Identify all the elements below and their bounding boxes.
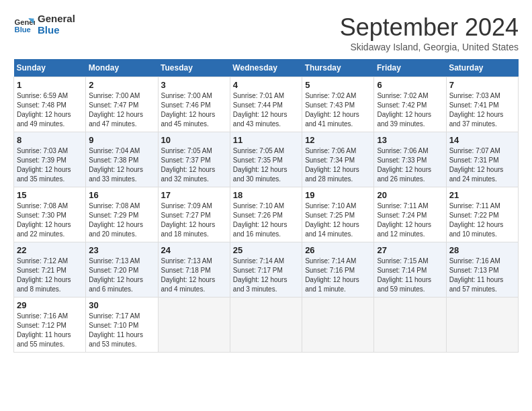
calendar-cell: 23Sunrise: 7:13 AM Sunset: 7:20 PM Dayli… <box>86 242 158 298</box>
calendar-cell: 20Sunrise: 7:11 AM Sunset: 7:24 PM Dayli… <box>374 187 446 242</box>
calendar-cell: 7Sunrise: 7:03 AM Sunset: 7:41 PM Daylig… <box>446 77 518 132</box>
day-number: 7 <box>449 80 515 90</box>
month-title: September 2024 <box>340 13 519 42</box>
day-info: Sunrise: 7:13 AM Sunset: 7:20 PM Dayligh… <box>89 257 154 294</box>
calendar-cell: 22Sunrise: 7:12 AM Sunset: 7:21 PM Dayli… <box>14 242 86 298</box>
calendar-cell: 29Sunrise: 7:16 AM Sunset: 7:12 PM Dayli… <box>14 298 86 353</box>
calendar-cell: 25Sunrise: 7:14 AM Sunset: 7:17 PM Dayli… <box>230 242 302 298</box>
calendar-cell: 12Sunrise: 7:06 AM Sunset: 7:34 PM Dayli… <box>302 132 374 187</box>
day-number: 11 <box>233 135 299 145</box>
day-info: Sunrise: 6:59 AM Sunset: 7:48 PM Dayligh… <box>17 91 83 129</box>
svg-text:Blue: Blue <box>15 26 31 34</box>
calendar-cell: 6Sunrise: 7:02 AM Sunset: 7:42 PM Daylig… <box>374 77 446 132</box>
day-number: 26 <box>305 245 371 255</box>
calendar-week-row: 1Sunrise: 6:59 AM Sunset: 7:48 PM Daylig… <box>14 77 519 132</box>
day-info: Sunrise: 7:10 AM Sunset: 7:26 PM Dayligh… <box>233 201 299 239</box>
day-number: 27 <box>377 245 443 255</box>
logo-line2: Blue <box>38 25 75 36</box>
calendar-cell: 28Sunrise: 7:16 AM Sunset: 7:13 PM Dayli… <box>446 242 518 298</box>
day-number: 6 <box>377 80 443 90</box>
day-number: 16 <box>89 190 154 200</box>
day-info: Sunrise: 7:00 AM Sunset: 7:47 PM Dayligh… <box>89 91 154 129</box>
calendar-cell: 26Sunrise: 7:14 AM Sunset: 7:16 PM Dayli… <box>302 242 374 298</box>
calendar-cell <box>446 298 518 353</box>
calendar-cell: 5Sunrise: 7:02 AM Sunset: 7:43 PM Daylig… <box>302 77 374 132</box>
calendar-cell: 3Sunrise: 7:00 AM Sunset: 7:46 PM Daylig… <box>158 77 230 132</box>
day-number: 23 <box>89 245 154 255</box>
day-info: Sunrise: 7:12 AM Sunset: 7:21 PM Dayligh… <box>17 257 83 294</box>
day-number: 4 <box>233 80 299 90</box>
weekday-header-wednesday: Wednesday <box>230 59 302 77</box>
day-info: Sunrise: 7:03 AM Sunset: 7:39 PM Dayligh… <box>17 146 83 184</box>
day-number: 22 <box>17 245 83 255</box>
calendar-week-row: 15Sunrise: 7:08 AM Sunset: 7:30 PM Dayli… <box>14 187 519 242</box>
day-info: Sunrise: 7:01 AM Sunset: 7:44 PM Dayligh… <box>233 91 299 129</box>
day-number: 20 <box>377 190 443 200</box>
day-number: 28 <box>449 245 515 255</box>
weekday-header-sunday: Sunday <box>14 59 86 77</box>
day-number: 18 <box>233 190 299 200</box>
calendar-cell: 15Sunrise: 7:08 AM Sunset: 7:30 PM Dayli… <box>14 187 86 242</box>
day-info: Sunrise: 7:16 AM Sunset: 7:12 PM Dayligh… <box>17 312 83 349</box>
calendar-cell <box>230 298 302 353</box>
calendar-cell: 24Sunrise: 7:13 AM Sunset: 7:18 PM Dayli… <box>158 242 230 298</box>
logo: General Blue General Blue <box>13 13 75 36</box>
day-number: 25 <box>233 245 299 255</box>
day-number: 3 <box>161 80 227 90</box>
day-number: 19 <box>305 190 371 200</box>
day-info: Sunrise: 7:06 AM Sunset: 7:33 PM Dayligh… <box>377 146 443 184</box>
calendar-cell: 30Sunrise: 7:17 AM Sunset: 7:10 PM Dayli… <box>86 298 158 353</box>
logo-icon: General Blue <box>13 14 35 36</box>
calendar-cell <box>158 298 230 353</box>
day-number: 2 <box>89 80 154 90</box>
weekday-header-row: SundayMondayTuesdayWednesdayThursdayFrid… <box>14 59 519 77</box>
day-info: Sunrise: 7:10 AM Sunset: 7:25 PM Dayligh… <box>305 201 371 239</box>
day-number: 10 <box>161 135 227 145</box>
calendar-cell: 10Sunrise: 7:05 AM Sunset: 7:37 PM Dayli… <box>158 132 230 187</box>
day-info: Sunrise: 7:05 AM Sunset: 7:35 PM Dayligh… <box>233 146 299 184</box>
day-info: Sunrise: 7:11 AM Sunset: 7:22 PM Dayligh… <box>449 201 515 239</box>
calendar-table: SundayMondayTuesdayWednesdayThursdayFrid… <box>13 59 519 353</box>
calendar-cell: 21Sunrise: 7:11 AM Sunset: 7:22 PM Dayli… <box>446 187 518 242</box>
calendar-cell: 14Sunrise: 7:07 AM Sunset: 7:31 PM Dayli… <box>446 132 518 187</box>
page-header: General Blue General Blue September 2024… <box>13 13 519 52</box>
calendar-cell: 19Sunrise: 7:10 AM Sunset: 7:25 PM Dayli… <box>302 187 374 242</box>
calendar-week-row: 8Sunrise: 7:03 AM Sunset: 7:39 PM Daylig… <box>14 132 519 187</box>
day-info: Sunrise: 7:08 AM Sunset: 7:29 PM Dayligh… <box>89 201 154 239</box>
day-info: Sunrise: 7:14 AM Sunset: 7:17 PM Dayligh… <box>233 257 299 294</box>
day-info: Sunrise: 7:13 AM Sunset: 7:18 PM Dayligh… <box>161 257 227 294</box>
calendar-cell: 27Sunrise: 7:15 AM Sunset: 7:14 PM Dayli… <box>374 242 446 298</box>
calendar-cell: 13Sunrise: 7:06 AM Sunset: 7:33 PM Dayli… <box>374 132 446 187</box>
calendar-week-row: 22Sunrise: 7:12 AM Sunset: 7:21 PM Dayli… <box>14 242 519 298</box>
day-number: 29 <box>17 300 83 310</box>
day-info: Sunrise: 7:09 AM Sunset: 7:27 PM Dayligh… <box>161 201 227 239</box>
day-info: Sunrise: 7:14 AM Sunset: 7:16 PM Dayligh… <box>305 257 371 294</box>
day-info: Sunrise: 7:00 AM Sunset: 7:46 PM Dayligh… <box>161 91 227 129</box>
calendar-week-row: 29Sunrise: 7:16 AM Sunset: 7:12 PM Dayli… <box>14 298 519 353</box>
day-number: 1 <box>17 80 83 90</box>
day-number: 14 <box>449 135 515 145</box>
day-info: Sunrise: 7:03 AM Sunset: 7:41 PM Dayligh… <box>449 91 515 129</box>
day-info: Sunrise: 7:02 AM Sunset: 7:42 PM Dayligh… <box>377 91 443 129</box>
day-info: Sunrise: 7:17 AM Sunset: 7:10 PM Dayligh… <box>89 312 154 349</box>
calendar-cell: 17Sunrise: 7:09 AM Sunset: 7:27 PM Dayli… <box>158 187 230 242</box>
day-number: 17 <box>161 190 227 200</box>
day-number: 9 <box>89 135 154 145</box>
weekday-header-monday: Monday <box>86 59 158 77</box>
calendar-cell: 8Sunrise: 7:03 AM Sunset: 7:39 PM Daylig… <box>14 132 86 187</box>
location-subtitle: Skidaway Island, Georgia, United States <box>340 42 519 52</box>
weekday-header-saturday: Saturday <box>446 59 518 77</box>
calendar-cell: 11Sunrise: 7:05 AM Sunset: 7:35 PM Dayli… <box>230 132 302 187</box>
day-info: Sunrise: 7:11 AM Sunset: 7:24 PM Dayligh… <box>377 201 443 239</box>
calendar-cell <box>374 298 446 353</box>
weekday-header-friday: Friday <box>374 59 446 77</box>
title-section: September 2024 Skidaway Island, Georgia,… <box>340 13 519 52</box>
calendar-cell: 16Sunrise: 7:08 AM Sunset: 7:29 PM Dayli… <box>86 187 158 242</box>
calendar-cell: 2Sunrise: 7:00 AM Sunset: 7:47 PM Daylig… <box>86 77 158 132</box>
calendar-cell: 18Sunrise: 7:10 AM Sunset: 7:26 PM Dayli… <box>230 187 302 242</box>
day-info: Sunrise: 7:05 AM Sunset: 7:37 PM Dayligh… <box>161 146 227 184</box>
day-number: 12 <box>305 135 371 145</box>
day-number: 21 <box>449 190 515 200</box>
calendar-cell: 4Sunrise: 7:01 AM Sunset: 7:44 PM Daylig… <box>230 77 302 132</box>
calendar-cell: 9Sunrise: 7:04 AM Sunset: 7:38 PM Daylig… <box>86 132 158 187</box>
